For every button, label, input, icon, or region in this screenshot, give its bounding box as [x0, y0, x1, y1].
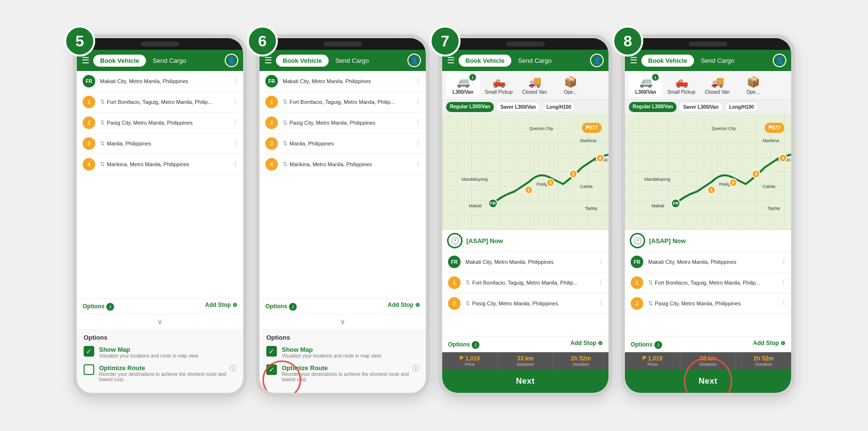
address-badge: FR [448, 256, 461, 268]
vehicle-item-0[interactable]: 1🚐L300/Van [446, 74, 480, 97]
subtype-tab-1[interactable]: Saver L300/Van [496, 102, 540, 112]
address-list: FRMakati City, Metro Manila, Philippines… [260, 71, 426, 298]
app-header: ☰Book VehicleSend Cargo👤 [77, 50, 243, 71]
time-selector-row[interactable]: 🕐[ASAP] Now [625, 230, 791, 252]
show-map-checkbox[interactable]: ✓ [84, 346, 94, 357]
add-stop-button[interactable]: Add Stop ⊕ [205, 302, 237, 311]
price-value: ₱ 1,019 [627, 355, 678, 362]
tab-book-vehicle[interactable]: Book Vehicle [93, 55, 146, 67]
address-item[interactable]: FRMakati City, Metro Manila, Philippines… [625, 252, 791, 273]
price-stat: ₱ 1,019Price [442, 352, 498, 370]
address-text: Makati City, Metro Manila, Philippines [283, 78, 413, 84]
options-label[interactable]: Options2 [265, 302, 297, 311]
address-text: Marikina, Metro Manila, Philippines [289, 161, 413, 167]
tab-send-cargo[interactable]: Send Cargo [511, 55, 558, 67]
subtype-tab-2[interactable]: Long/H100 [542, 102, 576, 112]
address-item[interactable]: 1⇅Fort Bonifacio, Taguig, Metro Manila, … [442, 273, 608, 293]
distance-label: Distance [500, 362, 551, 367]
hamburger-icon[interactable]: ☰ [82, 55, 89, 66]
options-label[interactable]: Options2 [448, 340, 479, 349]
vehicle-item-3[interactable]: 📦Ope... [553, 74, 587, 97]
address-chevron-icon: 〈 [779, 278, 785, 287]
address-chevron-icon: 〈 [596, 258, 603, 266]
address-item[interactable]: 2⇅Pasig City, Metro Manila, Philippines〈 [260, 113, 426, 133]
sort-handle-icon: ⇅ [100, 161, 105, 168]
vehicle-item-1[interactable]: 🛻Small Pickup [665, 74, 698, 97]
profile-icon[interactable]: 👤 [590, 54, 604, 67]
optimize-route-option-row: ✓Optimize RouteReorder your destinations… [266, 364, 419, 382]
vehicle-item-1[interactable]: 🛻Small Pickup [482, 74, 516, 97]
vehicle-item-2[interactable]: 🚚Closed Van [518, 74, 551, 97]
subtype-tab-2[interactable]: Long/H100 [725, 102, 758, 112]
address-item[interactable]: 3⇅Manila, Philippines〈 [260, 133, 426, 154]
vehicle-item-2[interactable]: 🚚Closed Van [700, 74, 734, 97]
tab-book-vehicle[interactable]: Book Vehicle [276, 55, 329, 67]
hamburger-icon[interactable]: ☰ [447, 55, 455, 66]
profile-icon[interactable]: 👤 [407, 54, 421, 67]
map-pin: FR [488, 199, 498, 208]
subtype-tab-0[interactable]: Regular L300/Van [446, 102, 494, 112]
tab-book-vehicle[interactable]: Book Vehicle [641, 55, 694, 67]
address-item[interactable]: 3⇅Manila, Philippines〈 [77, 133, 243, 154]
phone-notch [625, 38, 791, 50]
hamburger-icon[interactable]: ☰ [264, 55, 272, 66]
app-header: ☰Book VehicleSend Cargo👤 [260, 50, 426, 71]
add-stop-button[interactable]: Add Stop ⊕ [570, 340, 603, 349]
tab-send-cargo[interactable]: Send Cargo [146, 55, 193, 67]
map-pin: 3 [569, 170, 578, 178]
address-item[interactable]: FRMakati City, Metro Manila, Philippines… [260, 71, 426, 92]
address-chevron-icon: 〈 [413, 98, 420, 106]
address-item[interactable]: 4⇅Marikina, Metro Manila, Philippines〈 [77, 154, 243, 175]
sort-handle-icon: ⇅ [100, 140, 105, 147]
profile-icon[interactable]: 👤 [773, 54, 786, 67]
sort-handle-icon: ⇅ [100, 99, 105, 105]
address-item[interactable]: 1⇅Fort Bonifacio, Taguig, Metro Manila, … [260, 92, 426, 113]
step-6-wrapper: 6☰Book VehicleSend Cargo👤FRMakati City, … [256, 34, 430, 397]
collapsed-indicator: ∨ [260, 314, 426, 329]
subtype-tab-1[interactable]: Saver L300/Van [679, 102, 723, 112]
phone-notch [77, 38, 243, 50]
add-stop-button[interactable]: Add Stop ⊕ [753, 340, 785, 349]
info-icon[interactable]: ⓘ [412, 364, 419, 373]
vehicle-item-3[interactable]: 📦Ope... [736, 74, 770, 97]
tab-book-vehicle[interactable]: Book Vehicle [459, 55, 511, 67]
address-text: Makati City, Metro Manila, Philippines [648, 259, 779, 265]
address-badge: 2 [265, 116, 278, 129]
show-map-checkbox[interactable]: ✓ [266, 346, 277, 357]
address-item[interactable]: 1⇅Fort Bonifacio, Taguig, Metro Manila, … [77, 92, 243, 113]
address-item[interactable]: 2⇅Pasig City, Metro Manila, Philippines〈 [77, 113, 243, 133]
address-chevron-icon: 〈 [231, 77, 237, 86]
address-item[interactable]: 4⇅Marikina, Metro Manila, Philippines〈 [260, 154, 426, 175]
tab-send-cargo[interactable]: Send Cargo [694, 55, 741, 67]
map-pin: 4 [779, 154, 787, 162]
options-label[interactable]: Options2 [631, 340, 662, 349]
optimize-route-checkbox[interactable] [84, 364, 94, 375]
address-text: Marikina, Metro Manila, Philippines [107, 161, 231, 167]
hamburger-icon[interactable]: ☰ [630, 55, 637, 66]
options-panel-title: Options [84, 334, 236, 341]
address-item[interactable]: FRMakati City, Metro Manila, Philippines… [442, 252, 608, 273]
options-label[interactable]: Options2 [83, 302, 114, 311]
show-map-option-row: ✓Show MapVisualize your locations and ro… [84, 346, 236, 359]
next-button[interactable]: Next [442, 370, 608, 393]
profile-icon[interactable]: 👤 [225, 54, 238, 67]
tutorial-container: 5☰Book VehicleSend Cargo👤FRMakati City, … [73, 34, 795, 397]
duration-label: Duration [555, 362, 607, 367]
vehicle-item-0[interactable]: 1🚐L300/Van [629, 74, 663, 97]
add-stop-button[interactable]: Add Stop ⊕ [388, 302, 420, 311]
address-item[interactable]: 2⇅Pasig City, Metro Manila, Philippines〈 [625, 293, 791, 314]
address-text: Pasig City, Metro Manila, Philippines [289, 120, 413, 126]
step-number-6: 6 [247, 26, 278, 57]
step-number-7: 7 [430, 26, 461, 57]
next-button[interactable]: Next [625, 370, 791, 393]
address-item[interactable]: 1⇅Fort Bonifacio, Taguig, Metro Manila, … [625, 273, 791, 293]
optimize-route-checkbox[interactable]: ✓ [266, 364, 277, 375]
address-item[interactable]: FRMakati City, Metro Manila, Philippines… [77, 71, 243, 92]
tab-send-cargo[interactable]: Send Cargo [329, 55, 376, 67]
info-icon[interactable]: ⓘ [230, 364, 236, 373]
address-badge: 4 [83, 158, 95, 171]
address-chevron-icon: 〈 [779, 258, 785, 266]
address-item[interactable]: 2⇅Pasig City, Metro Manila, Philippines〈 [442, 293, 608, 314]
subtype-tab-0[interactable]: Regular L300/Van [629, 102, 677, 112]
time-selector-row[interactable]: 🕐[ASAP] Now [442, 230, 608, 252]
